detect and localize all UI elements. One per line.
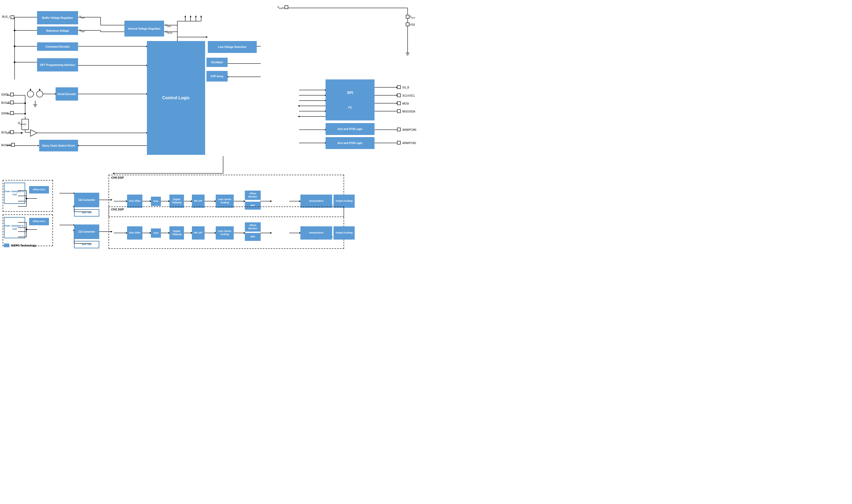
serial-encoder-block: Serial Encoder (56, 87, 78, 101)
vss-pin (406, 15, 410, 19)
oscillator-block: Oscillator (206, 58, 228, 67)
v-ref-label: VREF (79, 29, 85, 33)
svg-marker-76 (30, 88, 31, 90)
control-logic-block: Control Logic (147, 41, 205, 155)
nxp-color-box (4, 244, 9, 247)
v-reg-label: VREG (165, 24, 171, 27)
otp-array-block: OTP Array (206, 71, 228, 82)
reference-voltage-block: Reference Voltage (37, 26, 78, 35)
sigma-delta-ch0-block: ΣΔ Converter (74, 193, 99, 207)
interpolation-ch1-block: Interpolation (301, 226, 332, 239)
bussw-l-pin (11, 143, 15, 147)
arm-pcm0-label: ARM/PCM0 (402, 128, 416, 131)
digital-clipping-ch0-block: Digital Clipping (169, 195, 184, 208)
iir-lpf-ch0-block: IIR LPF (192, 195, 205, 208)
bus-o-label: BUS_O (1, 131, 10, 134)
arm-pcm0-block: Arm and PCM Logic (326, 123, 375, 135)
svg-point-7 (14, 61, 15, 63)
nxp-legend: NXP® Technology (4, 244, 37, 247)
svg-point-6 (14, 46, 15, 47)
offset-monitor-ch1-block: Offset Monitor (245, 222, 261, 232)
svg-marker-79 (39, 88, 40, 90)
ch1-dsp-label: CH1 DSP (111, 208, 124, 211)
v-rega-label: VREGA (165, 31, 173, 34)
hpf-ch1-block: HPF (245, 233, 261, 241)
self-test-ch1-block: Self Test (74, 241, 99, 248)
overdamped-ch1-block: Over- Damped G-Cell (4, 217, 25, 238)
overdamped-ch0-block: Over- Damped G-Cell (4, 183, 25, 204)
sclk-label: SCLK/SCL (402, 94, 415, 97)
arm-pcm1-label: ARM/PCM1 (402, 142, 416, 145)
low-voltage-block: Low Voltage Detection (208, 41, 257, 53)
miso-label: MISO/SDA (402, 110, 415, 113)
arm-pcm0-pin (397, 128, 401, 131)
interpolation-ch0-block: Interpolation (301, 195, 332, 208)
idata-label: IDATA (1, 93, 9, 96)
sclk-pin (397, 93, 401, 97)
svg-marker-28 (184, 15, 186, 17)
svg-point-92 (24, 113, 26, 114)
ss-b-pin (397, 85, 401, 89)
svg-point-77 (37, 91, 43, 97)
svg-point-5 (14, 30, 15, 31)
digital-clipping-ch1-block: Digital Clipping (169, 226, 184, 239)
iir-lpf-ch1-block: IIR LPF (192, 226, 205, 239)
bus-r-label: BUS R (1, 102, 10, 104)
idata2-label: IDATA (1, 112, 9, 115)
r-sense-label: RSENSE (18, 122, 26, 125)
opt-programming-block: OPT Programming Interface (37, 58, 78, 71)
trim-ch1-block: Trim (151, 229, 161, 238)
output-scaling-ch0-block: Output Scaling (333, 195, 355, 208)
svg-marker-158 (112, 173, 114, 174)
self-test-ch0-block: Self Test (74, 209, 99, 217)
svg-marker-33 (206, 36, 208, 38)
arm-pcm1-block: Arm and PCM Logic (326, 137, 375, 149)
svg-marker-52 (298, 105, 300, 107)
svg-point-85 (24, 103, 26, 104)
svg-marker-97 (31, 130, 37, 136)
idata-pin (10, 93, 14, 96)
spi-block: SPII²C (326, 79, 375, 121)
buffer-voltage-block: Buffer Voltage Regulator (37, 11, 78, 24)
user-sense-ch0-block: User Sense Scaling (216, 195, 234, 208)
offset-monitor-ch0-block: Offset Monitor (245, 191, 261, 200)
arm-pcm1-pin (397, 141, 401, 145)
v-buf-top-label2: VBUF (410, 15, 415, 19)
ss-b-label: SS_B (402, 86, 409, 89)
sigma-delta-ch1-block: ΣΔ Converter (74, 224, 99, 239)
mosi-label: MOSI (402, 102, 409, 105)
svg-marker-56 (298, 116, 300, 117)
svg-marker-31 (200, 15, 202, 17)
svg-marker-29 (190, 15, 192, 17)
svg-point-103 (21, 132, 22, 134)
miso-pin (397, 109, 401, 113)
bus-i-pin (11, 15, 14, 19)
trim-ch0-block: Trim (151, 197, 161, 206)
sinc-filter-ch1-block: Sinc Filter (127, 226, 142, 239)
daisy-chain-block: Daisy Chain Switch Driver (39, 140, 78, 151)
bus-r-pin (10, 101, 14, 104)
offset-dac-ch0-block: Offset DAC (29, 186, 49, 194)
bus-o-pin (10, 130, 14, 134)
nxp-label: NXP® Technology (12, 244, 37, 247)
idata2-pin (10, 111, 14, 115)
mosi-pin (397, 102, 401, 105)
svg-point-74 (27, 91, 34, 97)
command-decoder-block: Command Decoder (37, 42, 78, 51)
internal-voltage-block: Internal Voltage Regulator (124, 21, 164, 37)
vss-pin2 (406, 22, 410, 26)
vss-label: VSS (410, 23, 415, 26)
svg-marker-30 (195, 15, 197, 17)
offset-dac-ch1-block: Offset DAC (29, 218, 49, 225)
v-buf-top-label: VBUF (277, 6, 283, 9)
bus-i-label: BUS_I (2, 15, 10, 18)
v-buf-top-pin (285, 5, 288, 9)
user-sense-ch1-block: User Sense Scaling (216, 226, 234, 239)
v-buf-label: VBUF (79, 15, 85, 19)
output-scaling-ch1-block: Output Scaling (333, 226, 355, 239)
ch0-dsp-label: CH0 DSP (111, 176, 124, 179)
sinc-filter-ch0-block: Sinc Filter (127, 195, 142, 208)
